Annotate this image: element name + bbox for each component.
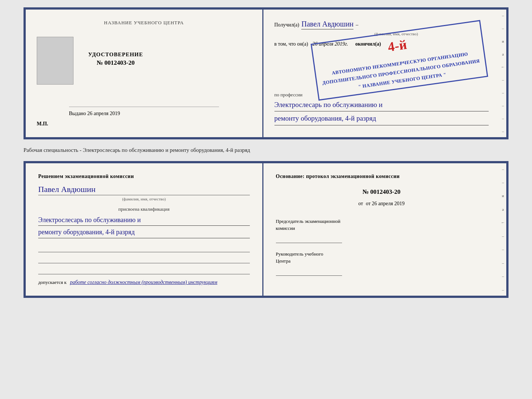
head-label1: Руководитель учебного	[276, 251, 323, 257]
sig-line-2	[38, 255, 250, 263]
side-item-arrow: ←	[500, 65, 506, 69]
profession-line2: ремонту оборудования, 4-й разряд	[274, 113, 489, 125]
received-name: Павел Авдюшин	[301, 20, 353, 29]
cert-number-block: УДОСТОВЕРЕНИЕ № 0012403-20	[88, 51, 143, 67]
caption-line: Рабочая специальность - Электрослесарь п…	[24, 146, 508, 154]
qual-line2: ремонту оборудования, 4-й разряд	[38, 227, 250, 238]
b-side-item-3: –	[500, 234, 506, 238]
decision-title: Решением экзаменационной комиссии	[38, 174, 250, 179]
top-right-page: 4-й АВТОНОМНУЮ НЕКОММЕРЧЕСКУЮ ОРГАНИЗАЦИ…	[263, 10, 500, 137]
bottom-side-bar-right: – – и а ← – – – – –	[500, 163, 506, 296]
head-block: Руководитель учебного Центра	[276, 250, 488, 276]
ot-line: от от 26 апреля 2019	[276, 201, 488, 207]
b-side-item-1: –	[500, 167, 506, 171]
received-prefix: Получил(а)	[274, 22, 299, 28]
top-left-page: НАЗВАНИЕ УЧЕБНОГО ЦЕНТРА УДОСТОВЕРЕНИЕ №…	[26, 10, 263, 137]
side-bar-right: – – и а ← – – – – –	[500, 10, 506, 137]
bottom-left-page: Решением экзаменационной комиссии Павел …	[26, 163, 263, 296]
b-side-item-arrow: ←	[500, 220, 506, 225]
sig-line-1	[38, 244, 250, 252]
side-item-6: –	[500, 116, 506, 121]
ot-prefix: от	[358, 201, 363, 206]
vtom-text: в том, что он(а)	[274, 41, 308, 47]
side-item-1: –	[500, 13, 506, 18]
b-side-item-7: –	[500, 288, 506, 292]
bottom-name: Павел Авдюшин	[38, 185, 250, 195]
side-item-7: –	[500, 129, 506, 133]
cert-number: № 0012403-20	[88, 59, 143, 67]
org-block: АВТОНОМНУЮ НЕКОММЕРЧЕСКУЮ ОРГАНИЗАЦИЮ ДО…	[320, 48, 481, 96]
допускается-block: допускается к работе согласно должностны…	[38, 279, 250, 285]
photo-placeholder	[37, 37, 73, 85]
bottom-right-page: Основание: протокол экзаменационной коми…	[263, 163, 500, 296]
bottom-booklet: Решением экзаменационной комиссии Павел …	[24, 161, 508, 298]
caption-text: Рабочая специальность - Электрослесарь п…	[24, 147, 250, 153]
side-item-и: и	[500, 39, 506, 43]
допускается-prefix: допускается к	[38, 279, 66, 285]
dash: –	[356, 22, 358, 28]
chair-label2: комиссии	[276, 225, 295, 231]
chair-label: Председатель экзаменационной комиссии	[276, 218, 488, 232]
issued-text: Выдано 26 апреля 2019	[69, 111, 120, 116]
head-label2: Центра	[276, 258, 291, 264]
protocol-number: № 0012403-20	[276, 188, 488, 196]
profession-block: по профессии Электрослесарь по обслужива…	[274, 91, 489, 125]
mp-label: М.П.	[37, 121, 251, 127]
b-side-item-2: –	[500, 180, 506, 185]
profession-label: по профессии	[274, 92, 303, 97]
cert-label: УДОСТОВЕРЕНИЕ	[88, 51, 143, 58]
side-item-4: –	[500, 90, 506, 95]
top-booklet: НАЗВАНИЕ УЧЕБНОГО ЦЕНТРА УДОСТОВЕРЕНИЕ №…	[24, 7, 508, 139]
head-label: Руководитель учебного Центра	[276, 250, 488, 265]
profession-line1: Электрослесарь по обслуживанию и	[274, 99, 489, 111]
assigned-label: присвоена квалификация	[38, 206, 250, 212]
b-side-item-6: –	[500, 274, 506, 278]
chair-label1: Председатель экзаменационной	[276, 218, 341, 224]
stamp-grade: 4-й	[387, 37, 408, 54]
side-item-5: –	[500, 103, 506, 108]
допускается-value: работе согласно должностным (производств…	[70, 279, 217, 285]
signature-lines	[38, 244, 250, 274]
b-side-item-а: а	[500, 207, 506, 211]
side-item-3: –	[500, 78, 506, 82]
ot-text: от 26 апреля 2019	[366, 201, 405, 206]
sig-line-3	[38, 266, 250, 274]
osnov-title: Основание: протокол экзаменационной коми…	[276, 174, 488, 179]
issued-line: Выдано 26 апреля 2019	[69, 107, 219, 117]
head-sig-line	[276, 267, 342, 276]
chair-block: Председатель экзаменационной комиссии	[276, 218, 488, 243]
b-side-item-4: –	[500, 247, 506, 252]
qual-line1: Электрослесарь по обслуживанию и	[38, 214, 250, 226]
side-item-2: –	[500, 26, 506, 31]
cert-title: НАЗВАНИЕ УЧЕБНОГО ЦЕНТРА	[37, 20, 251, 26]
b-side-item-и: и	[500, 193, 506, 198]
b-side-item-5: –	[500, 261, 506, 265]
side-item-а: а	[500, 52, 506, 56]
fio-label-bottom: (фамилия, имя, отчество)	[38, 197, 250, 201]
chair-sig-line	[276, 234, 342, 243]
